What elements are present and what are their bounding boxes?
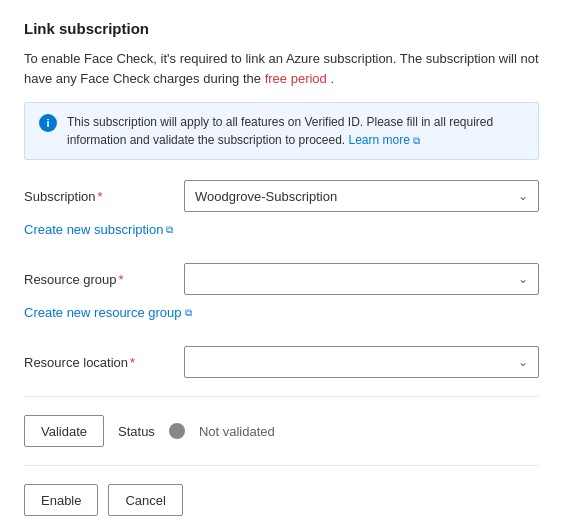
subscription-form-group: Subscription* Woodgrove-Subscription ⌄ C… (24, 180, 539, 249)
create-subscription-label: Create new subscription (24, 222, 163, 237)
subscription-value: Woodgrove-Subscription (195, 189, 337, 204)
subscription-chevron-icon: ⌄ (518, 189, 528, 203)
create-resource-group-link[interactable]: Create new resource group ⧉ (24, 305, 192, 320)
create-resource-group-external-icon: ⧉ (185, 307, 192, 319)
create-subscription-external-icon: ⧉ (166, 224, 173, 236)
info-box: i This subscription will apply to all fe… (24, 102, 539, 160)
resource-location-label: Resource location* (24, 355, 184, 370)
resource-group-dropdown[interactable]: ⌄ (184, 263, 539, 295)
info-icon: i (39, 114, 57, 132)
resource-location-chevron-icon: ⌄ (518, 355, 528, 369)
description-highlight: free period (265, 71, 327, 86)
info-message: This subscription will apply to all feat… (67, 115, 493, 147)
cancel-button[interactable]: Cancel (108, 484, 182, 516)
status-dot-icon (169, 423, 185, 439)
divider (24, 396, 539, 397)
status-text: Not validated (199, 424, 275, 439)
divider-bottom (24, 465, 539, 466)
subscription-dropdown[interactable]: Woodgrove-Subscription ⌄ (184, 180, 539, 212)
resource-group-label: Resource group* (24, 272, 184, 287)
create-resource-group-label: Create new resource group (24, 305, 182, 320)
enable-button[interactable]: Enable (24, 484, 98, 516)
create-subscription-link[interactable]: Create new subscription ⧉ (24, 222, 173, 237)
resource-location-dropdown[interactable]: ⌄ (184, 346, 539, 378)
action-row: Enable Cancel (24, 484, 539, 516)
validate-button[interactable]: Validate (24, 415, 104, 447)
info-learn-more-link[interactable]: Learn more ⧉ (349, 133, 421, 147)
validate-row: Validate Status Not validated (24, 415, 539, 447)
info-text: This subscription will apply to all feat… (67, 113, 524, 149)
description: To enable Face Check, it's required to l… (24, 49, 539, 88)
description-text-end: . (330, 71, 334, 86)
resource-location-form-group: Resource location* ⌄ (24, 346, 539, 378)
page-title: Link subscription (24, 20, 539, 37)
resource-group-chevron-icon: ⌄ (518, 272, 528, 286)
subscription-label: Subscription* (24, 189, 184, 204)
status-label: Status (118, 424, 155, 439)
resource-group-form-group: Resource group* ⌄ Create new resource gr… (24, 263, 539, 332)
learn-more-external-icon: ⧉ (413, 135, 420, 146)
